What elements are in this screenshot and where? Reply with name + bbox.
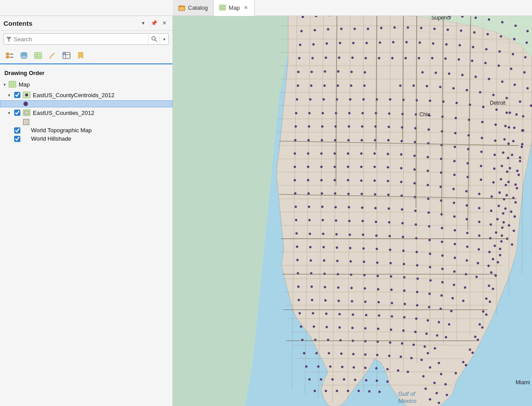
svg-point-150	[485, 62, 487, 64]
map-view[interactable]: Superior Ottawa Montreal Toronto Detroit…	[173, 16, 532, 406]
svg-point-465	[427, 319, 429, 322]
layer-county-centroids[interactable]: ▾ EastUS_CountyCentroids_2012	[0, 90, 172, 100]
svg-point-309	[491, 196, 493, 198]
search-dropdown-button[interactable]: ▾	[160, 35, 168, 43]
svg-point-136	[298, 57, 301, 59]
svg-point-283	[387, 166, 389, 169]
svg-point-326	[478, 207, 481, 209]
svg-point-170	[310, 85, 313, 87]
svg-point-448	[378, 301, 380, 304]
svg-point-113	[473, 32, 476, 34]
close-panel-button[interactable]: ✕	[160, 19, 169, 28]
svg-point-213	[415, 114, 417, 116]
layer-map-label: Map	[19, 81, 172, 88]
tab-catalog[interactable]: Catalog	[173, 0, 214, 16]
svg-point-372	[376, 235, 378, 237]
svg-point-458	[339, 313, 341, 315]
svg-point-102	[327, 28, 329, 31]
svg-point-298	[347, 179, 349, 181]
counties-checkbox[interactable]	[14, 110, 20, 116]
svg-point-105	[367, 28, 369, 30]
svg-point-479	[436, 335, 438, 337]
world-topo-checkbox[interactable]	[14, 127, 20, 134]
search-input[interactable]	[14, 36, 148, 43]
svg-point-146	[431, 57, 434, 59]
svg-point-460	[365, 314, 368, 316]
svg-point-470	[326, 326, 328, 328]
svg-point-173	[350, 85, 352, 87]
svg-point-147	[445, 58, 447, 60]
svg-point-459	[352, 314, 354, 316]
svg-point-244	[348, 139, 350, 142]
svg-point-181	[479, 91, 481, 94]
layer-world-hillshade[interactable]: World Hillshade	[0, 134, 172, 143]
svg-point-421	[390, 276, 392, 278]
centroids-checkbox[interactable]	[14, 92, 20, 98]
svg-point-260	[321, 153, 323, 155]
svg-point-543	[506, 112, 508, 114]
svg-point-257	[519, 160, 521, 162]
svg-point-444	[325, 300, 327, 302]
svg-point-492	[434, 347, 436, 350]
svg-point-342	[454, 216, 456, 218]
centroid-symbol-row[interactable]	[0, 100, 172, 107]
city-label-superior: Superior	[431, 16, 451, 21]
svg-point-157	[337, 71, 340, 73]
svg-point-122	[352, 42, 355, 44]
svg-point-578	[488, 285, 490, 287]
search-button[interactable]	[148, 33, 160, 45]
svg-point-195	[416, 99, 418, 102]
svg-point-165	[488, 78, 490, 80]
layer-counties[interactable]: ▾ EastUS_Counties_2012	[0, 107, 172, 118]
database-view-button[interactable]	[18, 49, 30, 62]
svg-point-100	[301, 30, 303, 32]
svg-point-451	[416, 304, 419, 307]
svg-point-133	[499, 51, 501, 53]
city-label-detroit: Detroit	[490, 100, 506, 106]
svg-point-564	[505, 208, 507, 210]
tab-catalog-label: Catalog	[188, 4, 208, 11]
svg-point-296	[321, 179, 323, 181]
svg-point-258	[294, 153, 296, 155]
layer-world-topo[interactable]: World Topographic Map	[0, 126, 172, 134]
svg-point-284	[400, 167, 403, 169]
pin-button[interactable]: 📌	[149, 19, 158, 28]
svg-point-516	[332, 378, 334, 381]
svg-point-528	[379, 391, 381, 393]
svg-point-331	[308, 206, 310, 208]
layer-view-button[interactable]	[32, 49, 44, 62]
svg-point-318	[374, 193, 376, 196]
table-view-button[interactable]	[60, 49, 73, 62]
svg-point-517	[343, 378, 345, 381]
tab-map[interactable]: Map ✕	[214, 0, 254, 16]
svg-rect-2	[180, 6, 181, 7]
svg-point-521	[387, 381, 389, 383]
svg-point-279	[334, 166, 336, 168]
svg-point-219	[495, 124, 497, 126]
bookmark-view-button[interactable]	[74, 49, 87, 62]
world-hillshade-checkbox[interactable]	[14, 136, 20, 142]
svg-point-408	[416, 264, 419, 267]
auto-hide-button[interactable]: ▾	[139, 19, 148, 28]
svg-point-561	[506, 194, 508, 197]
edit-view-button[interactable]	[46, 49, 59, 62]
water-label-gulf: Gulf of	[398, 390, 416, 397]
list-view-button[interactable]	[4, 49, 16, 62]
svg-point-384	[309, 246, 312, 248]
county-symbol-row[interactable]	[0, 118, 172, 126]
svg-point-259	[307, 153, 309, 155]
svg-point-463	[403, 316, 406, 319]
svg-point-398	[488, 265, 490, 267]
svg-point-303	[414, 182, 416, 185]
layer-map-root[interactable]: ▾ Map	[0, 79, 172, 90]
svg-point-285	[414, 169, 416, 171]
map-layer-icon	[8, 80, 17, 89]
svg-point-422	[403, 276, 406, 279]
svg-point-457	[325, 313, 328, 315]
svg-point-174	[364, 85, 366, 87]
svg-point-98	[515, 25, 517, 27]
svg-point-477	[415, 331, 417, 333]
svg-point-443	[311, 299, 313, 301]
tab-map-close[interactable]: ✕	[243, 4, 249, 11]
svg-point-335	[361, 207, 364, 209]
